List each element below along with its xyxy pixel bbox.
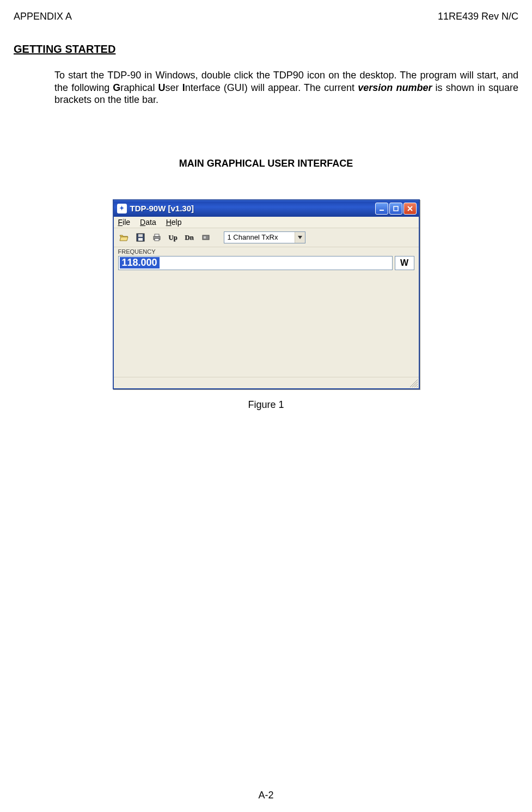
frequency-input[interactable]: 118.000 <box>118 256 393 270</box>
statusbar <box>114 377 419 388</box>
frequency-label: FREQUENCY <box>114 247 419 255</box>
dropdown-arrow-icon <box>295 232 305 243</box>
menu-file[interactable]: File <box>118 218 131 227</box>
config-button[interactable] <box>199 230 213 245</box>
maximize-icon <box>393 205 399 212</box>
open-button[interactable] <box>117 230 131 245</box>
svg-rect-6 <box>155 234 159 236</box>
header-left: APPENDIX A <box>14 11 72 22</box>
svg-rect-9 <box>204 236 206 239</box>
menubar: File Data Help <box>114 217 419 228</box>
tdp90-window: ✦ TDP-90W [v1.30] File Data He <box>113 199 420 389</box>
intro-paragraph: To start the TDP-90 in Windows, double c… <box>54 69 518 106</box>
print-button[interactable] <box>150 230 164 245</box>
up-button[interactable]: Up <box>166 230 180 245</box>
client-area <box>114 273 419 377</box>
frequency-value: 118.000 <box>120 257 160 268</box>
device-icon <box>201 233 211 242</box>
titlebar[interactable]: ✦ TDP-90W [v1.30] <box>114 200 419 217</box>
menu-help[interactable]: Help <box>166 218 182 227</box>
channel-select-value: 1 Channel TxRx <box>228 233 295 241</box>
minimize-icon <box>378 205 385 212</box>
svg-rect-0 <box>380 210 384 211</box>
maximize-button[interactable] <box>389 203 402 215</box>
resize-grip-icon[interactable] <box>410 380 418 387</box>
figure-caption: Figure 1 <box>14 399 518 411</box>
svg-rect-4 <box>138 238 143 241</box>
app-icon: ✦ <box>117 204 127 213</box>
header-right: 11RE439 Rev N/C <box>438 11 518 22</box>
close-button[interactable] <box>403 203 417 215</box>
svg-rect-3 <box>138 234 143 237</box>
folder-open-icon <box>119 233 129 242</box>
svg-rect-1 <box>394 206 398 211</box>
gui-heading: MAIN GRAPHICAL USER INTERFACE <box>14 158 518 169</box>
minimize-button[interactable] <box>375 203 388 215</box>
toolbar: Up Dn 1 Channel TxRx <box>114 228 419 247</box>
channel-select[interactable]: 1 Channel TxRx <box>224 231 305 243</box>
window-title: TDP-90W [v1.30] <box>130 204 375 213</box>
dn-button[interactable]: Dn <box>182 230 197 245</box>
save-button[interactable] <box>133 230 148 245</box>
page-number: A-2 <box>0 790 532 801</box>
floppy-disk-icon <box>136 233 145 242</box>
menu-data[interactable]: Data <box>140 218 156 227</box>
printer-icon <box>152 233 162 242</box>
section-heading: GETTING STARTED <box>14 43 518 56</box>
mode-indicator[interactable]: W <box>395 256 414 270</box>
close-icon <box>407 205 413 212</box>
svg-rect-7 <box>155 239 159 241</box>
